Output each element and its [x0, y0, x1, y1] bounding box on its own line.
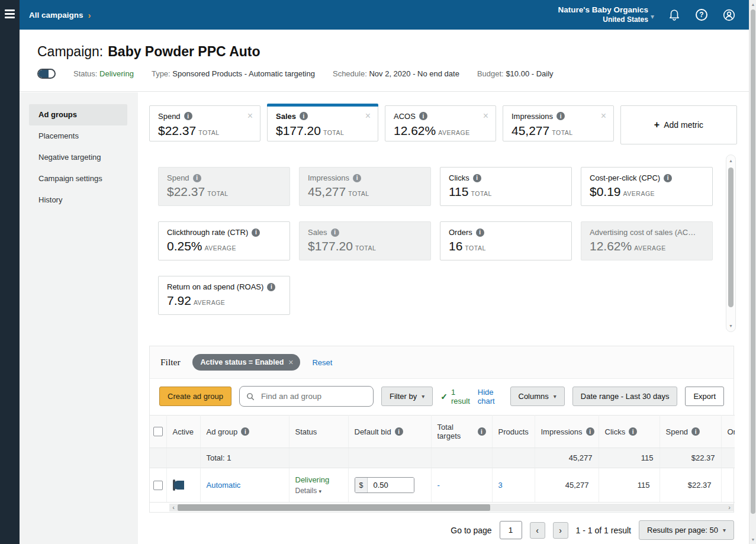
filter-chip-active-status[interactable]: Active status = Enabled × — [192, 354, 301, 371]
metric-card-ctr[interactable]: Clickthrough rate (CTR)i 0.25%AVERAGE — [158, 221, 290, 260]
metric-card-roas[interactable]: Return on ad spend (ROAS)i 7.92AVERAGE — [158, 276, 290, 315]
metric-value: 115 — [449, 185, 468, 198]
info-icon[interactable]: i — [193, 174, 201, 182]
default-bid-input[interactable]: $ — [355, 477, 415, 493]
breadcrumb-all-campaigns[interactable]: All campaigns — [29, 11, 83, 20]
metric-suffix: TOTAL — [198, 129, 219, 136]
info-icon[interactable]: i — [395, 427, 403, 436]
create-ad-group-button[interactable]: Create ad group — [159, 387, 231, 406]
plus-icon: + — [654, 120, 660, 130]
scroll-down-icon[interactable]: ▼ — [726, 324, 735, 328]
select-all-checkbox[interactable] — [153, 427, 163, 436]
reset-filters-link[interactable]: Reset — [312, 358, 332, 367]
info-icon[interactable]: i — [478, 427, 486, 436]
info-icon[interactable]: i — [184, 112, 192, 120]
info-icon[interactable]: i — [353, 174, 361, 182]
scroll-down-icon[interactable]: ▼ — [749, 537, 756, 542]
ad-group-link[interactable]: Automatic — [207, 481, 241, 490]
metric-tab-sales[interactable]: Sales i × $177.20TOTAL — [267, 105, 378, 141]
results-per-page-button[interactable]: Results per page: 50 ▾ — [639, 520, 734, 540]
metric-suffix: AVERAGE — [438, 129, 470, 136]
metrics-vertical-scrollbar[interactable]: ▲ ▼ — [726, 154, 736, 332]
info-icon[interactable]: i — [252, 228, 260, 237]
notifications-bell-icon[interactable] — [667, 8, 681, 22]
table-horizontal-scrollbar[interactable]: ‹ › — [169, 504, 734, 511]
hide-chart-link[interactable]: Hide chart — [478, 388, 503, 405]
metric-tab-impressions[interactable]: Impressions i × 45,277TOTAL — [503, 105, 614, 141]
products-link[interactable]: 3 — [498, 481, 503, 490]
search-input[interactable] — [260, 391, 367, 401]
info-icon[interactable]: i — [331, 228, 339, 237]
scrollbar-thumb[interactable] — [751, 9, 755, 514]
previous-page-button[interactable]: ‹ — [530, 522, 545, 539]
date-range-button[interactable]: Date range - Last 30 days — [572, 387, 678, 406]
metric-card-orders[interactable]: Ordersi 16TOTAL — [440, 221, 572, 260]
info-icon[interactable]: i — [267, 283, 275, 291]
info-icon[interactable]: i — [419, 112, 427, 120]
info-icon[interactable]: i — [300, 112, 308, 120]
sidebar-item-campaign-settings[interactable]: Campaign settings — [29, 168, 127, 189]
info-icon[interactable]: i — [473, 174, 481, 182]
metric-value: 16 — [449, 239, 462, 253]
info-icon[interactable]: i — [629, 427, 637, 436]
search-icon — [246, 392, 255, 401]
info-icon[interactable]: i — [556, 112, 565, 120]
close-icon[interactable]: × — [483, 111, 488, 121]
campaign-active-toggle[interactable] — [37, 69, 56, 79]
row-checkbox[interactable] — [153, 481, 163, 490]
go-to-page-label: Go to page — [451, 526, 491, 535]
metric-cards-panel: Spendi $22.37TOTAL Impressionsi 45,277TO… — [149, 154, 737, 334]
sidebar-item-negative-targeting[interactable]: Negative targeting — [29, 147, 127, 168]
remove-filter-icon[interactable]: × — [288, 358, 293, 367]
metric-value: 0.25% — [167, 239, 202, 253]
scroll-left-icon[interactable]: ‹ — [169, 504, 178, 511]
scrollbar-thumb[interactable] — [178, 504, 490, 511]
scrollbar-thumb[interactable] — [728, 168, 734, 307]
metric-card-cpc[interactable]: Cost-per-click (CPC)i $0.19AVERAGE — [581, 167, 713, 206]
sidebar-item-history[interactable]: History — [29, 189, 127, 211]
info-icon[interactable]: i — [664, 174, 672, 182]
metric-value: $22.37 — [158, 124, 196, 137]
metric-tab-acos[interactable]: ACOS i × 12.62%AVERAGE — [385, 105, 496, 141]
total-impressions: 45,277 — [535, 448, 599, 468]
info-icon[interactable]: i — [476, 228, 484, 237]
column-header-total-targets: Total targetsi — [431, 416, 492, 448]
metric-tab-spend[interactable]: Spend i × $22.37TOTAL — [149, 105, 260, 141]
bid-value-input[interactable] — [368, 478, 414, 493]
account-profile-icon[interactable] — [722, 8, 736, 22]
next-page-button[interactable]: › — [553, 522, 568, 539]
add-metric-button[interactable]: + Add metric — [620, 105, 737, 144]
top-bar: All campaigns › Nature's Baby Organics U… — [20, 0, 749, 30]
close-icon[interactable]: × — [365, 111, 371, 121]
metric-card-clicks[interactable]: Clicksi 115TOTAL — [440, 167, 572, 206]
result-range: 1 - 1 of 1 result — [576, 526, 631, 535]
global-nav-strip — [0, 0, 20, 544]
hamburger-menu-icon[interactable] — [5, 9, 15, 18]
ad-group-search[interactable] — [239, 386, 374, 407]
ad-group-active-toggle[interactable] — [173, 479, 175, 491]
sidebar-item-placements[interactable]: Placements — [29, 125, 127, 147]
info-icon[interactable]: i — [691, 427, 700, 436]
status-details-toggle[interactable]: Details ▾ — [295, 487, 342, 495]
total-targets-link[interactable]: - — [437, 481, 440, 490]
filter-by-button[interactable]: Filter by ▾ — [381, 387, 433, 406]
metric-suffix: AVERAGE — [623, 190, 655, 197]
column-header-impressions: Impressionsi — [535, 416, 599, 448]
page-input[interactable] — [500, 521, 522, 539]
export-button[interactable]: Export — [685, 387, 724, 406]
help-icon[interactable]: ? — [694, 8, 709, 22]
info-icon[interactable]: i — [241, 427, 249, 436]
close-icon[interactable]: × — [247, 111, 253, 121]
campaign-header: Campaign:Baby Powder PPC Auto Status: De… — [20, 30, 749, 92]
close-icon[interactable]: × — [601, 111, 606, 121]
info-icon[interactable]: i — [586, 427, 594, 436]
account-switcher[interactable]: Nature's Baby Organics United States ▾ — [558, 5, 654, 24]
sidebar-item-ad-groups[interactable]: Ad groups — [29, 104, 127, 125]
main-content: Spend i × $22.37TOTAL Sales i × $177.20T… — [138, 92, 749, 544]
scroll-right-icon[interactable]: › — [725, 504, 734, 511]
page-vertical-scrollbar[interactable]: ▲ ▼ — [749, 0, 756, 544]
campaign-name: Baby Powder PPC Auto — [108, 44, 260, 59]
columns-button[interactable]: Columns ▾ — [510, 387, 565, 406]
scroll-up-icon[interactable]: ▲ — [749, 2, 756, 7]
scroll-up-icon[interactable]: ▲ — [726, 159, 735, 163]
